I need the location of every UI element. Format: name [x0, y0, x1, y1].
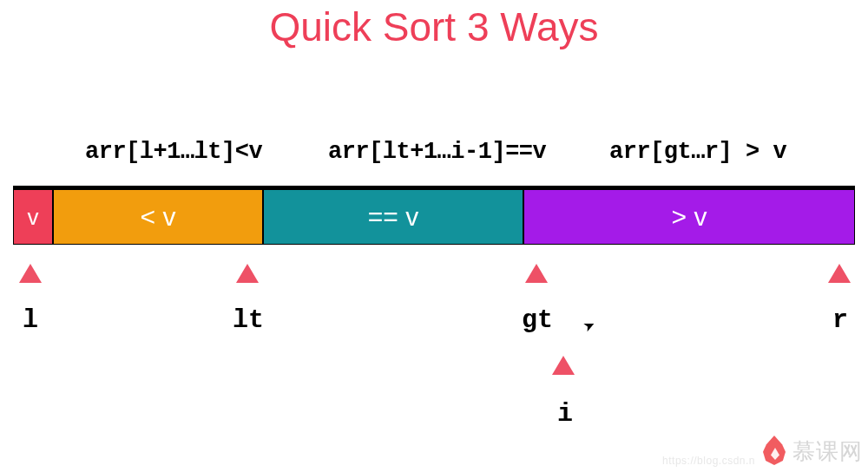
segment-pivot: v	[13, 186, 53, 245]
diagram-title: Quick Sort 3 Ways	[0, 3, 868, 50]
pointer-i-label: i	[557, 399, 573, 429]
segment-equal: == v	[263, 186, 523, 245]
pointer-gt-icon	[525, 264, 548, 283]
pointer-r-label: r	[832, 305, 848, 335]
pointer-l-label: l	[23, 305, 38, 335]
pointer-i-icon	[552, 356, 575, 375]
segment-less-than: < v	[53, 186, 263, 245]
mouse-cursor-icon: ➤	[581, 316, 598, 336]
pointer-l-icon	[19, 264, 42, 283]
pointer-lt-icon	[236, 264, 259, 283]
formula-gt: arr[gt…r] > v	[609, 139, 786, 165]
pointer-gt-label: gt	[522, 305, 553, 335]
pointer-lt-label: lt	[233, 305, 264, 335]
pointer-r-icon	[828, 264, 851, 283]
watermark-text: 慕课网	[792, 436, 863, 467]
watermark-url: https://blog.csdn.n	[662, 455, 755, 467]
segment-greater-than: > v	[523, 186, 855, 245]
formula-eq: arr[lt+1…i-1]==v	[328, 139, 546, 165]
formula-lt: arr[l+1…lt]<v	[85, 139, 262, 165]
